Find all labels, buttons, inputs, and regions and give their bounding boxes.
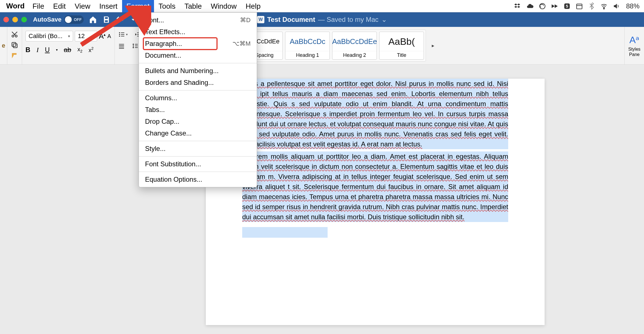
menu-item-equation-options-[interactable]: Equation Options... [139, 174, 257, 185]
menu-window[interactable]: Window [206, 0, 241, 12]
svg-point-11 [119, 32, 120, 33]
word-doc-icon: W [257, 16, 264, 23]
menu-insert[interactable]: Insert [95, 0, 122, 12]
svg-rect-18 [119, 45, 124, 46]
bluetooth-icon[interactable] [588, 3, 595, 10]
selection-tail [242, 227, 328, 238]
menu-item-tabs-[interactable]: Tabs... [139, 104, 257, 116]
svg-rect-20 [119, 48, 124, 49]
app-icon-2[interactable]: 5 [563, 3, 571, 10]
svg-rect-14 [121, 34, 124, 35]
styles-pane-icon: Aᵃ [629, 34, 640, 45]
title-dropdown-icon[interactable]: ⌄ [381, 16, 387, 24]
menu-item-borders-and-shading-[interactable]: Borders and Shading... [139, 77, 257, 88]
italic-button[interactable]: I [36, 46, 39, 54]
svg-point-5 [603, 8, 604, 9]
menu-item-columns-[interactable]: Columns... [139, 92, 257, 104]
style-heading-2[interactable]: AaBbCcDdEeHeading 2 [332, 32, 377, 60]
svg-rect-16 [121, 36, 124, 36]
svg-text:5: 5 [566, 4, 568, 8]
creative-cloud-icon[interactable] [539, 3, 546, 10]
paragraph-1[interactable]: cibus a pellentesque sit amet porttitor … [242, 79, 508, 149]
svg-rect-19 [119, 47, 124, 47]
menu-edit[interactable]: Edit [49, 0, 70, 12]
font-size-select[interactable]: 12▾ [75, 31, 97, 41]
undo-icon[interactable] [116, 15, 124, 24]
styles-more-button[interactable]: ▸ [429, 32, 437, 60]
shrink-font-button[interactable]: A [107, 33, 111, 39]
ribbon: e Calibri (Bo...▾ 12▾ A▴ A B I U▾ ab x2 … [0, 27, 644, 65]
menu-item-font-substitution-[interactable]: Font Substitution... [139, 158, 257, 170]
save-icon[interactable] [102, 15, 111, 24]
menu-separator [139, 141, 257, 141]
svg-rect-9 [13, 44, 17, 48]
underline-button[interactable]: U [45, 46, 50, 54]
menu-separator [139, 172, 257, 172]
clipboard-buttons [7, 27, 22, 64]
format-painter-icon[interactable] [11, 52, 18, 61]
calendar-icon[interactable] [576, 3, 583, 10]
redo-dropdown-icon[interactable] [129, 15, 137, 24]
app-name: Word [3, 2, 28, 10]
font-name-select[interactable]: Calibri (Bo...▾ [25, 31, 73, 41]
clipboard-group: e [0, 27, 7, 64]
svg-rect-10 [12, 43, 16, 46]
menu-file[interactable]: File [28, 0, 49, 12]
autosave-control[interactable]: AutoSave OFF [33, 15, 84, 24]
menu-item-paragraph-[interactable]: Paragraph...⌥⌘M [139, 38, 257, 50]
tab-letter: e [2, 42, 5, 49]
menu-table[interactable]: Table [180, 0, 206, 12]
svg-rect-17 [119, 44, 124, 45]
autosave-toggle[interactable]: OFF [64, 15, 84, 24]
save-state-label: — Saved to my Mac [318, 16, 379, 24]
menu-item-font-[interactable]: Font...⌘D [139, 14, 257, 26]
wifi-icon[interactable] [600, 3, 608, 10]
paragraph-2[interactable]: ta lorem mollis aliquam ut porttitor leo… [242, 151, 508, 222]
subscript-button[interactable]: x2 [77, 46, 82, 53]
bullets-button[interactable]: ▾ [118, 31, 128, 38]
superscript-button[interactable]: x2 [88, 46, 94, 53]
menu-item-text-effects-[interactable]: Text Effects... [139, 26, 257, 38]
close-window-button[interactable] [3, 17, 9, 22]
document-canvas[interactable]: cibus a pellentesque sit amet porttitor … [0, 65, 644, 334]
menu-view[interactable]: View [70, 0, 95, 12]
grow-font-button[interactable]: A▴ [99, 32, 106, 41]
format-menu-dropdown: Font...⌘DText Effects...Paragraph...⌥⌘MD… [139, 12, 257, 187]
menu-format[interactable]: Format [122, 0, 154, 12]
bold-button[interactable]: B [25, 46, 30, 54]
window-controls [3, 17, 27, 22]
svg-rect-12 [121, 32, 124, 33]
style-title[interactable]: AaBb(Title [379, 32, 424, 60]
app-icon-1[interactable] [551, 3, 558, 10]
minimize-window-button[interactable] [12, 17, 18, 22]
menu-item-drop-cap-[interactable]: Drop Cap... [139, 116, 257, 127]
cloud-icon[interactable] [526, 3, 534, 10]
styles-pane-label: Styles Pane [628, 46, 641, 57]
menu-help[interactable]: Help [241, 0, 265, 12]
home-icon[interactable] [89, 15, 97, 24]
menu-separator [139, 156, 257, 157]
cut-icon[interactable] [11, 31, 18, 39]
copy-icon[interactable] [11, 41, 18, 50]
style-heading-1[interactable]: AaBbCcDcHeading 1 [285, 32, 330, 60]
menu-item-style-[interactable]: Style... [139, 143, 257, 155]
svg-point-15 [119, 36, 120, 37]
menu-item-bullets-and-numbering-[interactable]: Bullets and Numbering... [139, 65, 257, 77]
menu-separator [139, 90, 257, 90]
volume-icon[interactable] [613, 3, 620, 10]
menu-item-document-[interactable]: Document... [139, 50, 257, 61]
menu-separator [139, 63, 257, 63]
font-group: Calibri (Bo...▾ 12▾ A▴ A B I U▾ ab x2 x2 [22, 27, 115, 64]
dropbox-icon[interactable] [514, 3, 521, 10]
battery-percent[interactable]: 88% [626, 2, 640, 10]
zoom-window-button[interactable] [21, 17, 27, 22]
svg-point-13 [119, 34, 120, 35]
strikethrough-button[interactable]: ab [64, 46, 71, 54]
autosave-label: AutoSave [33, 16, 61, 23]
svg-rect-3 [577, 4, 582, 9]
document-title[interactable]: Test Document [267, 16, 315, 24]
align-justify-button[interactable] [118, 43, 125, 49]
menu-tools[interactable]: Tools [154, 0, 180, 12]
menu-item-change-case-[interactable]: Change Case... [139, 127, 257, 139]
styles-pane-button[interactable]: Aᵃ Styles Pane [624, 27, 644, 64]
